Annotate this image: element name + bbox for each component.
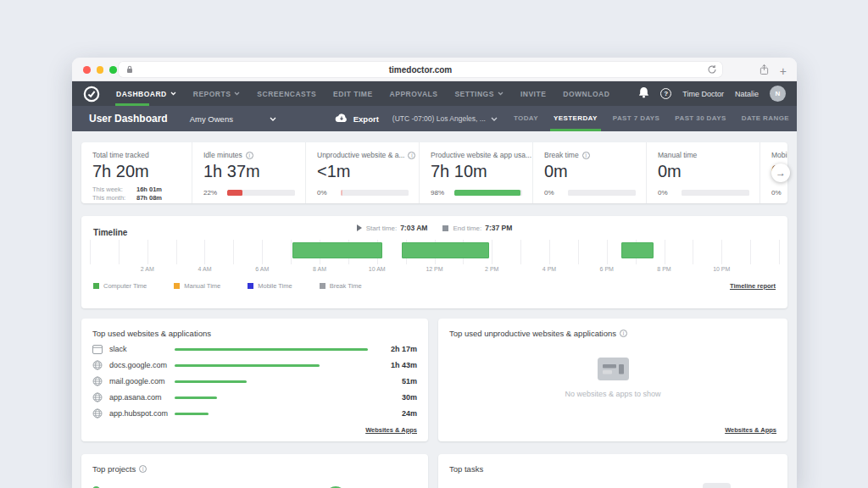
axis-tick-label: 2 PM: [485, 266, 498, 272]
website-name: docs.google.com: [103, 361, 175, 369]
nav-item-dashboard[interactable]: DASHBOARD: [108, 81, 185, 106]
hour-gridline: [119, 240, 120, 264]
top-unproductive-card: Top used unproductive websites & applica…: [438, 319, 787, 441]
timeline-worked-bar: [621, 242, 654, 258]
percent-value: 0%: [771, 189, 787, 197]
nav-item-download[interactable]: DOWNLOAD: [554, 81, 618, 106]
stat-card-label: Productive website & app usa...: [431, 151, 532, 159]
stats-next-button[interactable]: →: [771, 164, 790, 182]
export-button[interactable]: Export: [334, 114, 379, 124]
workspace-name[interactable]: Time Doctor: [682, 90, 724, 98]
nav-item-edit-time[interactable]: EDIT TIME: [325, 81, 381, 106]
hour-gridline: [665, 240, 665, 264]
no-websites-icon: [598, 358, 629, 380]
nav-item-reports[interactable]: REPORTS: [185, 81, 249, 106]
tab-yesterday[interactable]: YESTERDAY: [546, 106, 605, 131]
address-bar[interactable]: timedoctor.com: [119, 62, 722, 77]
nav-item-screencasts[interactable]: SCREENCASTS: [248, 81, 325, 106]
new-tab-icon[interactable]: +: [780, 66, 787, 77]
website-usage-bar: [175, 364, 320, 367]
nav-item-settings[interactable]: SETTINGS: [446, 81, 512, 106]
timezone-dropdown[interactable]: (UTC -07:00) Los Angeles, ...: [392, 114, 498, 123]
axis-tick-label: 6 AM: [255, 266, 269, 272]
info-icon[interactable]: [408, 152, 415, 159]
legend-color-swatch: [248, 283, 253, 289]
help-icon[interactable]: ?: [660, 88, 671, 99]
axis-tick-label: 4 AM: [198, 266, 212, 272]
month-label: This month:: [92, 194, 136, 202]
stat-card-percent-row: 0%: [317, 189, 419, 197]
avatar[interactable]: N: [770, 86, 786, 102]
tab-today[interactable]: TODAY: [506, 106, 546, 131]
nav-item-label: DOWNLOAD: [563, 90, 609, 98]
website-bar-zone: [175, 348, 373, 351]
nav-item-approvals[interactable]: APPROVALS: [381, 81, 447, 106]
website-icon-wrap: [92, 392, 103, 402]
minimize-window-button[interactable]: [97, 66, 104, 74]
share-icon[interactable]: [760, 64, 769, 79]
axis-tick-label: 2 AM: [141, 266, 154, 272]
top-websites-title: Top used websites & applications: [92, 329, 211, 338]
top-websites-card: Top used websites & applications slack2h…: [81, 319, 428, 441]
tab-date-range[interactable]: DATE RANGE: [734, 106, 797, 131]
info-icon[interactable]: [139, 465, 147, 473]
reload-icon[interactable]: [707, 64, 717, 76]
stat-card-label: Mobile time: [771, 151, 787, 159]
websites-apps-link[interactable]: Websites & Apps: [365, 426, 417, 434]
week-row: This week:16h 01m: [92, 186, 192, 194]
user-name[interactable]: Natalie: [735, 90, 759, 98]
info-icon[interactable]: [582, 152, 590, 159]
tasks-empty-icon: [703, 483, 731, 488]
stat-card-unproductive-website-a-: Unproductive website & a...<1m0%: [306, 142, 420, 203]
start-time-value: 7:03 AM: [400, 224, 427, 232]
stat-card-productive-website-app-usa-: Productive website & app usa...7h 10m98%: [420, 142, 533, 203]
hour-gridline: [262, 240, 263, 264]
hour-gridline: [750, 240, 751, 264]
info-icon[interactable]: [246, 152, 253, 159]
website-bar-zone: [175, 413, 373, 415]
timedoctor-logo-icon[interactable]: [83, 86, 100, 103]
dashboard-subheader: User Dashboard Amy Owens Export (UTC -07…: [72, 106, 797, 131]
website-time: 51m: [373, 377, 417, 385]
window-controls: [83, 66, 117, 74]
end-time-value: 7:37 PM: [485, 224, 512, 232]
timeline-times: Start time: 7:03 AM End time: 7:37 PM: [81, 224, 787, 232]
stats-row: Total time tracked7h 20mThis week:16h 01…: [81, 142, 787, 203]
top-unproductive-title: Top used unproductive websites & applica…: [449, 329, 616, 338]
app-navbar: DASHBOARDREPORTSSCREENCASTSEDIT TIMEAPPR…: [72, 81, 797, 106]
user-select-dropdown[interactable]: Amy Owens: [190, 114, 276, 124]
websites-apps-link[interactable]: Websites & Apps: [725, 426, 776, 434]
nav-item-invite[interactable]: INVITE: [512, 81, 554, 106]
progress-fill: [341, 190, 342, 196]
top-projects-card: Top projects: [81, 454, 428, 488]
axis-tick-label: 10 PM: [713, 266, 730, 272]
stat-label-text: Total time tracked: [92, 151, 149, 159]
website-bar-zone: [175, 380, 373, 383]
timeline-report-link[interactable]: Timeline report: [730, 282, 776, 290]
close-window-button[interactable]: [83, 66, 91, 74]
notifications-bell-icon[interactable]: [638, 86, 649, 102]
website-name: mail.google.com: [103, 377, 175, 385]
info-icon[interactable]: [620, 330, 627, 337]
stat-card-label: Manual time: [658, 151, 760, 159]
maximize-window-button[interactable]: [109, 66, 117, 74]
website-bar-zone: [175, 364, 373, 367]
website-icon-wrap: [92, 408, 103, 419]
stat-label-text: Mobile time: [771, 151, 787, 159]
stat-card-percent-row: 98%: [431, 189, 532, 197]
tab-past-30-days[interactable]: PAST 30 DAYS: [667, 106, 733, 131]
month-row: This month:87h 08m: [92, 194, 192, 202]
tab-past-7-days[interactable]: PAST 7 DAYS: [605, 106, 668, 131]
hour-gridline: [520, 240, 521, 264]
legend-item-mobile-time: Mobile Time: [248, 282, 292, 290]
website-usage-bar: [175, 348, 368, 351]
progress-fill: [454, 190, 520, 196]
stat-card-subtotals: This week:16h 01mThis month:87h 08m: [92, 186, 192, 202]
percent-value: 98%: [431, 189, 454, 197]
hour-gridline: [693, 240, 693, 264]
stat-label-text: Break time: [544, 151, 579, 159]
website-name: app.asana.com: [103, 393, 175, 402]
axis-tick-label: 10 AM: [369, 266, 386, 272]
globe-icon: [92, 360, 103, 370]
globe-icon: [92, 376, 103, 386]
